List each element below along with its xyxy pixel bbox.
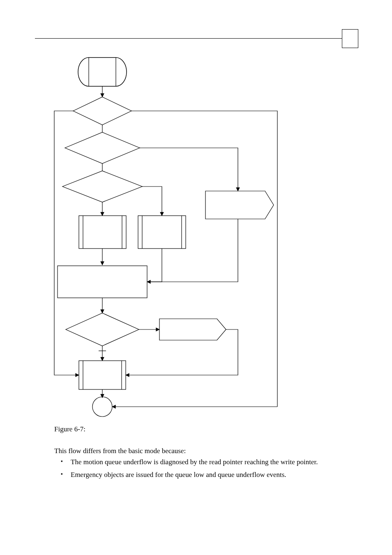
list-item: Emergency objects are issued for the que… <box>54 470 351 480</box>
connector-circle <box>92 397 112 417</box>
predef-proc-bottom <box>79 361 126 389</box>
decision-1 <box>73 97 131 125</box>
edge-d2-right <box>140 148 238 191</box>
edge-card-to-box <box>147 219 238 282</box>
intro-paragraph: This flow differs from the basic mode be… <box>54 447 351 455</box>
svg-marker-4 <box>62 171 142 202</box>
list-item: The motion queue underflow is diagnosed … <box>54 458 351 467</box>
edge-d4-down <box>99 346 106 361</box>
edge-cardbot-to-proc <box>126 329 238 375</box>
figure-caption: Figure 6-7: <box>54 425 351 433</box>
page-number-box <box>342 29 358 48</box>
card-right <box>205 191 274 219</box>
predef-proc-left <box>79 216 126 249</box>
decision-2 <box>65 132 140 164</box>
edge-d3-right <box>142 187 162 216</box>
flowchart <box>49 53 345 419</box>
edge-left-loop <box>54 111 79 375</box>
predef-proc-mid <box>138 216 186 249</box>
decision-4 <box>66 313 139 346</box>
edge-procmid-to-box <box>147 249 162 282</box>
terminator-start <box>78 58 127 86</box>
bullet-list: The motion queue underflow is diagnosed … <box>54 458 351 483</box>
svg-rect-15 <box>79 361 126 389</box>
card-bottom <box>159 319 226 340</box>
svg-rect-8 <box>138 216 186 249</box>
svg-marker-11 <box>66 313 139 346</box>
flowchart-svg <box>49 53 345 419</box>
svg-marker-2 <box>73 97 131 125</box>
page: Figure 6-7: This flow differs from the b… <box>0 0 392 555</box>
svg-marker-3 <box>65 132 140 164</box>
svg-rect-5 <box>79 216 126 249</box>
decision-3 <box>62 171 142 202</box>
long-right-line <box>131 111 277 407</box>
process-wide <box>58 266 147 298</box>
header-rule <box>35 38 357 39</box>
